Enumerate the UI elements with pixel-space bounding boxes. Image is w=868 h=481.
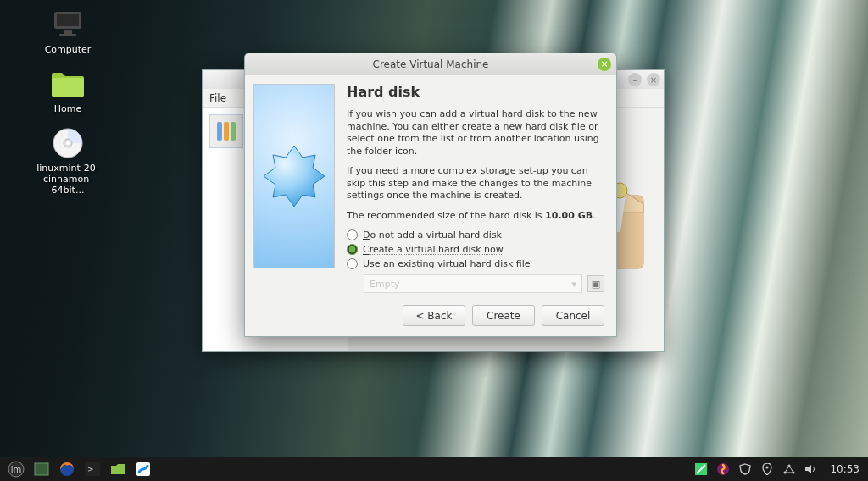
radio-label: Use an existing virtual hard disk file [363, 258, 531, 269]
radio-input[interactable] [347, 244, 358, 255]
network-icon[interactable] [782, 462, 796, 476]
folder-icon [49, 68, 86, 100]
svg-text:>_: >_ [87, 465, 98, 473]
radio-input[interactable] [347, 229, 358, 240]
svg-rect-4 [52, 78, 84, 97]
dialog-illustration [253, 84, 335, 268]
dialog-paragraph: The recommended size of the hard disk is… [347, 210, 604, 223]
minimize-icon[interactable]: – [628, 73, 642, 86]
radio-create-disk[interactable]: Create a virtual hard disk now [347, 244, 604, 255]
disc-icon [49, 127, 86, 159]
cancel-button[interactable]: Cancel [542, 305, 604, 326]
folder-up-icon: ▣ [592, 279, 600, 290]
dialog-titlebar[interactable]: Create Virtual Machine × [245, 53, 616, 75]
menu-button[interactable]: lm [5, 460, 27, 478]
system-tray: 10:53 [694, 462, 863, 476]
shield-icon[interactable] [738, 462, 752, 476]
close-icon[interactable]: × [598, 58, 611, 71]
browse-disk-button: ▣ [587, 275, 604, 292]
volume-icon[interactable] [804, 462, 818, 476]
updates-icon[interactable] [716, 462, 730, 476]
radio-use-existing[interactable]: Use an existing virtual hard disk file [347, 258, 604, 269]
dialog-heading: Hard disk [347, 84, 604, 100]
taskbar: lm >_ 10:53 [0, 457, 868, 481]
chevron-down-icon: ▾ [571, 279, 576, 290]
radio-label: Do not add a virtual hard disk [363, 229, 502, 240]
svg-point-22 [766, 466, 769, 468]
svg-rect-3 [59, 34, 76, 36]
dialog-title: Create Virtual Machine [373, 58, 489, 70]
desktop-icon-home[interactable]: Home [34, 68, 102, 114]
create-button[interactable]: Create [472, 305, 535, 326]
virtualbox-task-icon[interactable] [132, 460, 154, 478]
desktop-icon-label: Computer [45, 44, 92, 55]
radio-input[interactable] [347, 258, 358, 269]
terminal-icon[interactable]: >_ [81, 460, 103, 478]
existing-disk-combo: Empty ▾ [364, 274, 582, 293]
files-icon[interactable] [107, 460, 129, 478]
radio-label: Create a virtual hard disk now [363, 244, 504, 255]
svg-point-7 [66, 141, 70, 145]
svg-marker-12 [264, 146, 325, 207]
firefox-icon[interactable] [56, 460, 78, 478]
desktop-icon-label: Home [54, 103, 81, 114]
color-picker-icon[interactable] [694, 462, 708, 476]
show-desktop-button[interactable] [31, 460, 53, 478]
location-icon[interactable] [760, 462, 774, 476]
svg-text:lm: lm [11, 465, 22, 474]
close-icon[interactable]: × [647, 73, 660, 86]
create-vm-dialog: Create Virtual Machine × Hard disk If yo… [244, 53, 617, 337]
svg-rect-2 [64, 30, 72, 34]
combo-value: Empty [370, 279, 399, 290]
clock[interactable]: 10:53 [830, 463, 860, 475]
desktop-icon-computer[interactable]: Computer [34, 8, 102, 55]
svg-rect-15 [35, 463, 48, 475]
svg-rect-1 [57, 14, 79, 26]
desktop-icon-label: linuxmint-20-cinnamon-64bit... [34, 163, 102, 196]
radio-no-disk[interactable]: Do not add a virtual hard disk [347, 229, 604, 240]
back-button[interactable]: < Back [403, 305, 465, 326]
tools-icon[interactable] [209, 114, 243, 148]
dialog-paragraph: If you wish you can add a virtual hard d… [347, 108, 604, 158]
computer-icon [49, 8, 86, 41]
dialog-paragraph: If you need a more complex storage set-u… [347, 165, 604, 202]
menu-file[interactable]: File [209, 92, 226, 104]
desktop-icon-iso[interactable]: linuxmint-20-cinnamon-64bit... [34, 127, 102, 196]
